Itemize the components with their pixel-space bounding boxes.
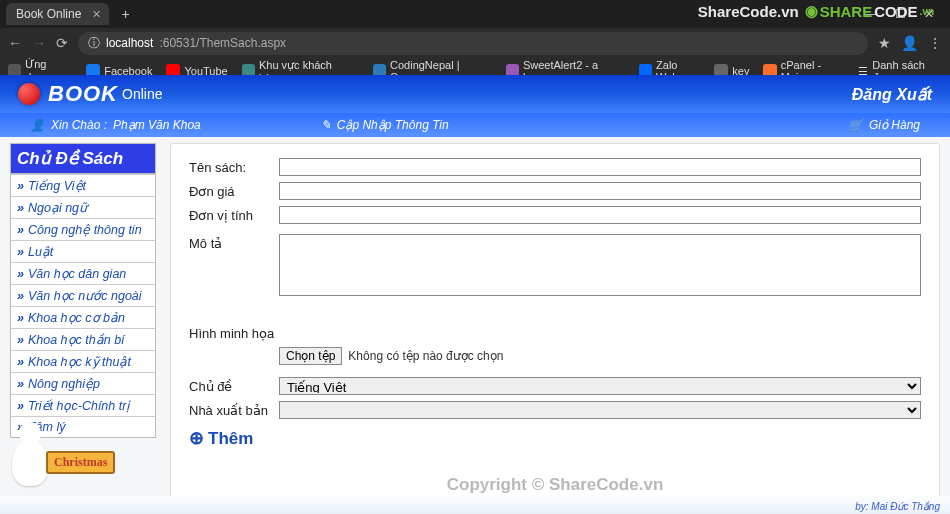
snow-ground xyxy=(0,496,950,514)
back-icon[interactable]: ← xyxy=(8,35,22,51)
sidebar-item[interactable]: Khoa học thần bí xyxy=(11,328,155,350)
close-tab-icon[interactable]: ✕ xyxy=(92,8,101,21)
cart-icon: 🛒 xyxy=(848,118,863,132)
user-nav-bar: 👤 Xin Chào : Phạm Văn Khoa ✎ Cập Nhập Th… xyxy=(0,113,950,137)
address-bar: ← → ⟳ ⓘ localhost:60531/ThemSach.aspx ★ … xyxy=(0,28,950,58)
input-book-name[interactable] xyxy=(279,158,921,176)
logo-subtitle: Online xyxy=(122,86,162,102)
textarea-desc[interactable] xyxy=(279,234,921,296)
menu-icon[interactable]: ⋮ xyxy=(928,35,942,51)
browser-tab[interactable]: Book Online ✕ xyxy=(6,3,109,25)
sidebar: Chủ Đề Sách Tiếng Việt Ngoại ngữ Công ng… xyxy=(10,143,156,508)
page-content: Chủ Đề Sách Tiếng Việt Ngoại ngữ Công ng… xyxy=(0,137,950,514)
sidebar-item[interactable]: Tâm lý xyxy=(11,416,155,437)
close-window-icon[interactable]: ✕ xyxy=(924,7,934,21)
logout-link[interactable]: Đăng Xuất xyxy=(852,85,932,104)
select-publisher[interactable] xyxy=(279,401,921,419)
sidebar-title: Chủ Đề Sách xyxy=(10,143,156,174)
logo-ornament-icon xyxy=(18,83,40,105)
browser-chrome: Book Online ✕ + — ☐ ✕ ← → ⟳ ⓘ localhost:… xyxy=(0,0,950,75)
sidebar-item[interactable]: Văn học dân gian xyxy=(11,262,155,284)
greeting: 👤 Xin Chào : Phạm Văn Khoa xyxy=(30,118,201,132)
site-header: BOOK Online Đăng Xuất xyxy=(0,75,950,113)
sidebar-item[interactable]: Ngoại ngữ xyxy=(11,196,155,218)
url-input[interactable]: ⓘ localhost:60531/ThemSach.aspx xyxy=(78,32,868,55)
label-publisher: Nhà xuất bản xyxy=(189,401,279,418)
category-list: Tiếng Việt Ngoại ngữ Công nghệ thông tin… xyxy=(10,174,156,438)
input-price[interactable] xyxy=(279,182,921,200)
new-tab-icon[interactable]: + xyxy=(113,6,137,22)
form-panel: Tên sách: Đơn giá Đơn vị tính Mô tả Hình… xyxy=(170,143,940,508)
label-image: Hình minh họa xyxy=(189,324,279,341)
choose-file-button[interactable]: Chọn tệp xyxy=(279,347,342,365)
sidebar-item[interactable]: Tiếng Việt xyxy=(11,174,155,196)
extensions-icon[interactable]: ★ xyxy=(878,35,891,51)
info-icon: ⓘ xyxy=(88,35,100,52)
sidebar-item[interactable]: Công nghệ thông tin xyxy=(11,218,155,240)
label-topic: Chủ đề xyxy=(189,377,279,394)
update-info-link[interactable]: ✎ Cập Nhập Thông Tin xyxy=(321,118,449,132)
label-price: Đơn giá xyxy=(189,182,279,199)
pencil-icon: ✎ xyxy=(321,118,331,132)
select-topic[interactable]: Tiếng Việt xyxy=(279,377,921,395)
sidebar-item[interactable]: Nông nghiệp xyxy=(11,372,155,394)
label-book-name: Tên sách: xyxy=(189,158,279,175)
logo-text: BOOK xyxy=(48,81,118,107)
user-icon: 👤 xyxy=(30,118,45,132)
minimize-icon[interactable]: — xyxy=(865,7,877,21)
tab-title: Book Online xyxy=(16,7,81,21)
sidebar-item[interactable]: Triết học-Chính trị xyxy=(11,394,155,416)
credit-text: by: Mai Đức Thắng xyxy=(855,501,940,512)
cart-link[interactable]: 🛒 Giỏ Hàng xyxy=(848,118,920,132)
add-button[interactable]: Thêm xyxy=(189,427,921,449)
input-unit[interactable] xyxy=(279,206,921,224)
watermark-mid: Copyright © ShareCode.vn xyxy=(447,475,664,495)
profile-icon[interactable]: 👤 xyxy=(901,35,918,51)
sidebar-item[interactable]: Luật xyxy=(11,240,155,262)
file-status-text: Không có tệp nào được chọn xyxy=(348,349,503,363)
sidebar-item[interactable]: Khoa học kỹ thuật xyxy=(11,350,155,372)
forward-icon[interactable]: → xyxy=(32,35,46,51)
sidebar-item[interactable]: Văn học nước ngoài xyxy=(11,284,155,306)
user-name: Phạm Văn Khoa xyxy=(113,118,201,132)
sidebar-item[interactable]: Khoa học cơ bản xyxy=(11,306,155,328)
url-path: :60531/ThemSach.aspx xyxy=(159,36,286,50)
reload-icon[interactable]: ⟳ xyxy=(56,35,68,51)
label-unit: Đơn vị tính xyxy=(189,206,279,223)
url-host: localhost xyxy=(106,36,153,50)
tab-bar: Book Online ✕ + — ☐ ✕ xyxy=(0,0,950,28)
label-desc: Mô tả xyxy=(189,234,279,251)
maximize-icon[interactable]: ☐ xyxy=(895,7,906,21)
